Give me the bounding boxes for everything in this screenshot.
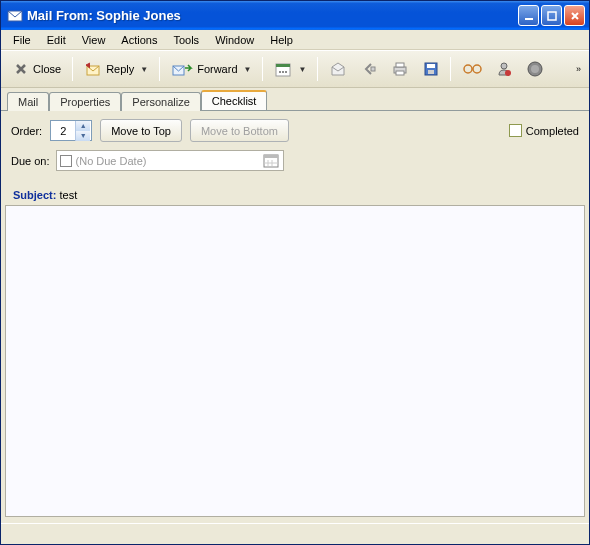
- save-button[interactable]: [417, 57, 445, 81]
- due-date-input[interactable]: (No Due Date): [56, 150, 284, 171]
- glasses-icon: [462, 63, 482, 75]
- close-button[interactable]: Close: [7, 57, 67, 81]
- title-bar: Mail From: Sophie Jones: [1, 1, 589, 30]
- tab-mail[interactable]: Mail: [7, 92, 49, 111]
- completed-label: Completed: [526, 125, 579, 137]
- reply-label: Reply: [106, 63, 134, 75]
- order-input[interactable]: [51, 125, 75, 137]
- separator: [159, 57, 160, 81]
- due-on-label: Due on:: [11, 155, 50, 167]
- calendar-dropdown-icon[interactable]: ▼: [298, 65, 306, 74]
- forward-button[interactable]: Forward ▼: [165, 57, 257, 81]
- date-picker-icon[interactable]: [263, 153, 281, 169]
- menu-view[interactable]: View: [74, 32, 114, 48]
- svg-point-19: [501, 63, 507, 69]
- svg-point-18: [473, 65, 481, 73]
- print-button[interactable]: [385, 57, 415, 81]
- svg-point-20: [505, 70, 511, 76]
- menu-actions[interactable]: Actions: [113, 32, 165, 48]
- print-icon: [391, 61, 409, 77]
- menu-help[interactable]: Help: [262, 32, 301, 48]
- toolbar: Close Reply ▼ Forward ▼ ▼ »: [1, 50, 589, 88]
- reply-icon: [84, 61, 102, 77]
- order-spinner[interactable]: ▲ ▼: [50, 120, 92, 141]
- message-body[interactable]: [5, 205, 585, 517]
- svg-rect-13: [396, 71, 404, 75]
- forward-label: Forward: [197, 63, 237, 75]
- close-label: Close: [33, 63, 61, 75]
- tab-strip: Mail Properties Personalize Checklist: [1, 88, 589, 110]
- close-icon: [13, 61, 29, 77]
- separator: [72, 57, 73, 81]
- subject-label: Subject:: [13, 189, 56, 201]
- minimize-button[interactable]: [518, 5, 539, 26]
- svg-point-8: [282, 71, 284, 73]
- svg-rect-12: [396, 63, 404, 67]
- menu-edit[interactable]: Edit: [39, 32, 74, 48]
- menu-tools[interactable]: Tools: [165, 32, 207, 48]
- svg-rect-16: [428, 70, 434, 74]
- forward-dropdown-icon[interactable]: ▼: [244, 65, 252, 74]
- move-to-bottom-button: Move to Bottom: [190, 119, 289, 142]
- spinner-up-icon[interactable]: ▲: [75, 121, 90, 131]
- calendar-icon: [274, 61, 292, 77]
- svg-rect-6: [276, 64, 290, 67]
- separator: [262, 57, 263, 81]
- svg-rect-15: [427, 64, 435, 68]
- app-icon: [7, 8, 23, 24]
- tab-checklist[interactable]: Checklist: [201, 90, 268, 110]
- svg-point-17: [464, 65, 472, 73]
- separator: [317, 57, 318, 81]
- tab-personalize[interactable]: Personalize: [121, 92, 200, 111]
- svg-point-7: [279, 71, 281, 73]
- completed-checkbox[interactable]: [509, 124, 522, 137]
- svg-rect-24: [264, 155, 278, 158]
- menu-file[interactable]: File: [5, 32, 39, 48]
- seal-button[interactable]: [520, 56, 550, 82]
- save-icon: [423, 61, 439, 77]
- svg-point-9: [285, 71, 287, 73]
- separator: [450, 57, 451, 81]
- menu-bar: File Edit View Actions Tools Window Help: [1, 30, 589, 50]
- subject-value: test: [59, 189, 77, 201]
- previous-button[interactable]: [355, 57, 383, 81]
- maximize-button[interactable]: [541, 5, 562, 26]
- move-to-top-button[interactable]: Move to Top: [100, 119, 182, 142]
- person-icon: [496, 61, 512, 77]
- status-bar: [1, 523, 589, 543]
- toolbar-overflow-icon[interactable]: »: [574, 62, 583, 76]
- menu-window[interactable]: Window: [207, 32, 262, 48]
- calendar-button[interactable]: ▼: [268, 57, 312, 81]
- window-title: Mail From: Sophie Jones: [27, 8, 518, 23]
- svg-point-22: [531, 65, 539, 73]
- read-mail-button[interactable]: [323, 57, 353, 81]
- account-button[interactable]: [490, 57, 518, 81]
- checklist-panel: Order: ▲ ▼ Move to Top Move to Bottom Co…: [1, 110, 589, 181]
- reply-button[interactable]: Reply ▼: [78, 57, 154, 81]
- svg-rect-1: [525, 18, 533, 20]
- read-later-button[interactable]: [456, 59, 488, 79]
- tab-properties[interactable]: Properties: [49, 92, 121, 111]
- forward-icon: [171, 61, 193, 77]
- reply-dropdown-icon[interactable]: ▼: [140, 65, 148, 74]
- prev-icon: [361, 61, 377, 77]
- order-label: Order:: [11, 125, 42, 137]
- open-envelope-icon: [329, 61, 347, 77]
- subject-bar: Subject: test: [1, 185, 589, 205]
- due-date-enable-checkbox[interactable]: [60, 155, 72, 167]
- close-window-button[interactable]: [564, 5, 585, 26]
- svg-rect-2: [548, 12, 556, 20]
- seal-icon: [526, 60, 544, 78]
- spinner-down-icon[interactable]: ▼: [75, 131, 90, 141]
- due-date-placeholder: (No Due Date): [76, 155, 263, 167]
- svg-rect-10: [371, 67, 375, 71]
